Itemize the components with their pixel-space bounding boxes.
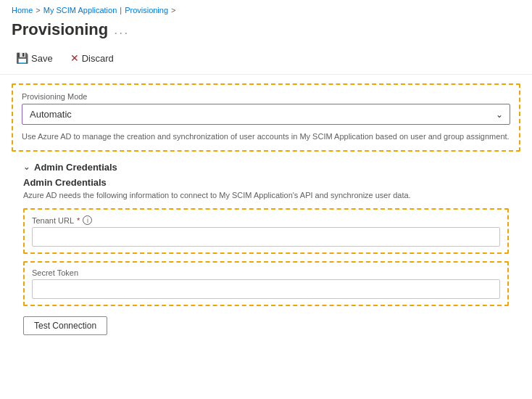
breadcrumb: Home > My SCIM Application | Provisionin… <box>0 0 532 17</box>
admin-credentials-subheader: Admin Credentials <box>23 177 509 188</box>
provisioning-mode-select-wrapper: Automatic Manual ⌄ <box>22 104 510 125</box>
breadcrumb-app[interactable]: My SCIM Application <box>43 6 117 15</box>
provisioning-mode-select[interactable]: Automatic Manual <box>22 104 510 125</box>
provisioning-mode-label: Provisioning Mode <box>22 92 510 101</box>
breadcrumb-home[interactable]: Home <box>12 6 33 15</box>
page-title-row: Provisioning ... <box>0 17 532 45</box>
test-connection-button[interactable]: Test Connection <box>23 316 107 335</box>
tenant-url-label-text: Tenant URL <box>32 216 74 225</box>
admin-credentials-header-label: Admin Credentials <box>34 162 117 173</box>
breadcrumb-sep1: > <box>36 6 40 15</box>
secret-token-label: Secret Token <box>32 268 500 277</box>
tenant-url-label: Tenant URL * i <box>32 215 500 225</box>
page-title: Provisioning <box>12 20 108 39</box>
tenant-url-required-star: * <box>77 216 80 225</box>
provisioning-mode-description: Use Azure AD to manage the creation and … <box>22 131 510 143</box>
discard-button[interactable]: ✕ Discard <box>66 49 118 67</box>
page-title-more-icon[interactable]: ... <box>114 22 129 38</box>
breadcrumb-page[interactable]: Provisioning <box>125 6 168 15</box>
provisioning-mode-section: Provisioning Mode Automatic Manual ⌄ Use… <box>12 83 520 152</box>
tenant-url-section: Tenant URL * i <box>23 208 509 254</box>
secret-token-input[interactable] <box>32 279 500 299</box>
admin-credentials-header[interactable]: ⌄ Admin Credentials <box>23 162 509 173</box>
discard-icon: ✕ <box>70 52 79 64</box>
admin-credentials-section: ⌄ Admin Credentials Admin Credentials Az… <box>12 162 520 336</box>
main-content: Provisioning Mode Automatic Manual ⌄ Use… <box>0 83 532 335</box>
save-label: Save <box>31 53 53 64</box>
breadcrumb-sep2: | <box>120 6 122 15</box>
save-button[interactable]: 💾 Save <box>12 49 57 67</box>
admin-credentials-subdesc: Azure AD needs the following information… <box>23 189 509 202</box>
breadcrumb-sep3: > <box>171 6 175 15</box>
chevron-right-icon: ⌄ <box>23 163 30 172</box>
toolbar: 💾 Save ✕ Discard <box>0 45 532 75</box>
secret-token-label-text: Secret Token <box>32 268 78 277</box>
secret-token-section: Secret Token <box>23 261 509 306</box>
discard-label: Discard <box>82 53 114 64</box>
save-icon: 💾 <box>16 52 28 64</box>
tenant-url-info-icon[interactable]: i <box>83 215 92 225</box>
tenant-url-input[interactable] <box>32 227 500 247</box>
